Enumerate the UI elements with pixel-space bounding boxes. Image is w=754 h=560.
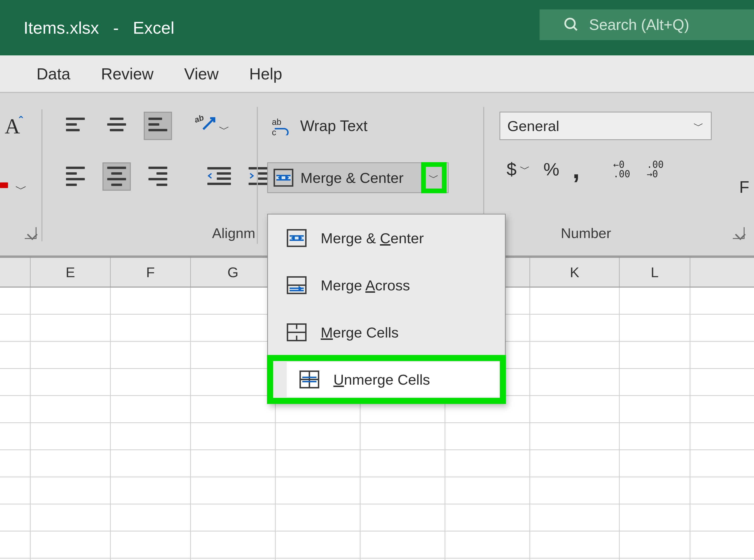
cell[interactable]: [0, 504, 30, 531]
cell[interactable]: [530, 450, 620, 477]
align-bottom-button[interactable]: [144, 112, 172, 140]
merge-center-dropdown[interactable]: ﹀: [423, 164, 445, 192]
menu-merge-across[interactable]: Merge Across: [268, 262, 505, 309]
align-left-button[interactable]: [61, 162, 89, 191]
cell[interactable]: [0, 450, 30, 477]
cell[interactable]: [620, 315, 690, 341]
cell[interactable]: [530, 504, 620, 531]
cell[interactable]: [0, 423, 30, 449]
cell[interactable]: [530, 396, 620, 422]
cell[interactable]: [620, 396, 690, 422]
cell[interactable]: [620, 477, 690, 504]
cell[interactable]: [530, 559, 620, 560]
accounting-format-button[interactable]: $ ﹀: [507, 159, 530, 179]
wrap-text-button[interactable]: ab c Wrap Text: [272, 114, 425, 138]
cell[interactable]: [530, 287, 620, 314]
cell[interactable]: [0, 559, 30, 560]
cell[interactable]: [30, 369, 111, 395]
font-color-dropdown[interactable]: ﹀: [15, 181, 27, 197]
cell[interactable]: [191, 342, 276, 368]
cell[interactable]: [30, 287, 111, 314]
cell[interactable]: [276, 504, 361, 531]
cell[interactable]: [191, 559, 276, 560]
cell[interactable]: [620, 287, 690, 314]
cell[interactable]: [0, 477, 30, 504]
cell[interactable]: [0, 369, 30, 395]
align-top-button[interactable]: [61, 112, 89, 140]
menu-unmerge-cells[interactable]: Unmerge Cells: [268, 356, 505, 403]
cell[interactable]: [30, 423, 111, 449]
cell[interactable]: [30, 559, 111, 560]
cell[interactable]: [191, 504, 276, 531]
cell[interactable]: [30, 315, 111, 341]
tab-data[interactable]: Data: [37, 65, 70, 83]
cell[interactable]: [191, 369, 276, 395]
number-group-launcher[interactable]: [733, 227, 745, 239]
cell[interactable]: [620, 450, 690, 477]
cell[interactable]: [620, 532, 690, 558]
cell[interactable]: [445, 504, 530, 531]
cell[interactable]: [620, 369, 690, 395]
cell[interactable]: [361, 477, 445, 504]
cell[interactable]: [0, 287, 30, 314]
cell[interactable]: [361, 423, 445, 449]
cell[interactable]: [0, 396, 30, 422]
cell[interactable]: [111, 396, 191, 422]
decrease-decimal-button[interactable]: .00→0: [647, 160, 667, 179]
cell[interactable]: [111, 559, 191, 560]
align-middle-button[interactable]: [102, 112, 131, 140]
tab-help[interactable]: Help: [249, 65, 282, 83]
column-header[interactable]: L: [620, 258, 690, 286]
grid-row[interactable]: [0, 423, 754, 450]
cell[interactable]: [361, 559, 445, 560]
cell[interactable]: [361, 532, 445, 558]
font-color-swatch[interactable]: [0, 182, 8, 188]
cell[interactable]: [530, 477, 620, 504]
cell[interactable]: [620, 423, 690, 449]
decrease-indent-button[interactable]: [205, 162, 233, 191]
cell[interactable]: [30, 477, 111, 504]
cell[interactable]: [530, 423, 620, 449]
cell[interactable]: [191, 450, 276, 477]
cell[interactable]: [30, 450, 111, 477]
cell[interactable]: [30, 396, 111, 422]
cell[interactable]: [111, 532, 191, 558]
column-header[interactable]: F: [111, 258, 191, 286]
cell[interactable]: [30, 504, 111, 531]
cell[interactable]: [111, 423, 191, 449]
cell[interactable]: [111, 450, 191, 477]
cell[interactable]: [111, 315, 191, 341]
menu-merge-and-center[interactable]: Merge & Center: [268, 215, 505, 262]
column-header[interactable]: K: [530, 258, 620, 286]
column-header[interactable]: E: [30, 258, 111, 286]
cell[interactable]: [0, 315, 30, 341]
cell[interactable]: [530, 315, 620, 341]
number-format-select[interactable]: General ﹀: [500, 112, 712, 140]
grow-font-button[interactable]: A: [5, 114, 20, 138]
cell[interactable]: [361, 504, 445, 531]
column-header[interactable]: [0, 258, 30, 286]
align-right-button[interactable]: [144, 162, 172, 191]
cell[interactable]: [445, 477, 530, 504]
search-box[interactable]: Search (Alt+Q): [539, 9, 754, 40]
cell[interactable]: [191, 315, 276, 341]
tab-view[interactable]: View: [184, 65, 219, 83]
cell[interactable]: [530, 532, 620, 558]
cell[interactable]: [276, 532, 361, 558]
align-center-button[interactable]: [102, 162, 131, 191]
cell[interactable]: [111, 504, 191, 531]
orientation-button[interactable]: ab ﹀: [185, 112, 227, 140]
cell[interactable]: [276, 477, 361, 504]
cell[interactable]: [111, 342, 191, 368]
column-header[interactable]: G: [191, 258, 276, 286]
cell[interactable]: [276, 423, 361, 449]
merge-center-button[interactable]: Merge & Center ﹀: [267, 162, 449, 193]
menu-merge-cells[interactable]: Merge Cells: [268, 309, 505, 356]
cell[interactable]: [30, 342, 111, 368]
cell[interactable]: [191, 396, 276, 422]
grid-row[interactable]: [0, 532, 754, 559]
cell[interactable]: [530, 342, 620, 368]
cell[interactable]: [191, 287, 276, 314]
comma-format-button[interactable]: ,: [573, 165, 580, 173]
cell[interactable]: [620, 504, 690, 531]
